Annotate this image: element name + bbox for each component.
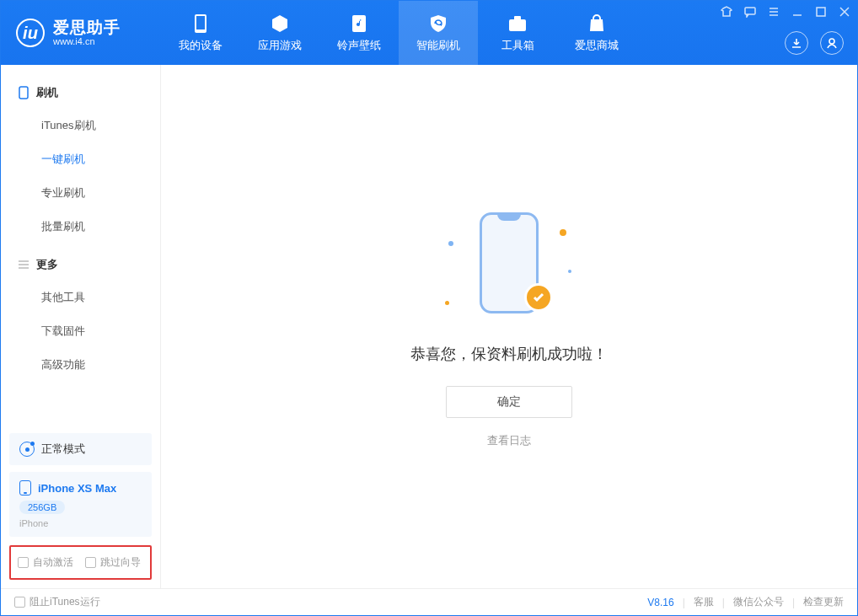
main-content: 恭喜您，保资料刷机成功啦！ 确定 查看日志 [161, 65, 857, 588]
device-card[interactable]: iPhone XS Max 256GB iPhone [9, 472, 152, 537]
header: iu 爱思助手 www.i4.cn 我的设备 应用游戏 铃声壁纸 智能刷机 [1, 1, 857, 65]
menu-icon[interactable] [766, 4, 781, 19]
result-message: 恭喜您，保资料刷机成功啦！ [410, 344, 608, 364]
view-log-link[interactable]: 查看日志 [487, 433, 531, 448]
footer-link-update[interactable]: 检查更新 [803, 595, 844, 609]
sparkle-icon [560, 229, 566, 236]
close-icon[interactable] [837, 4, 852, 19]
tab-toolbox[interactable]: 工具箱 [478, 1, 557, 65]
device-phone-icon [19, 480, 31, 495]
footer-left: 阻止iTunes运行 [14, 595, 100, 609]
minimize-icon[interactable] [790, 4, 805, 19]
tab-store[interactable]: 爱思商城 [557, 1, 636, 65]
sparkle-icon [445, 301, 449, 305]
footer-link-service[interactable]: 客服 [694, 595, 714, 609]
app-title: 爱思助手 [53, 19, 121, 37]
sidebar: 刷机 iTunes刷机 一键刷机 专业刷机 批量刷机 更多 其他工具 下载固件 … [1, 65, 161, 588]
svg-rect-8 [19, 87, 28, 99]
checkbox-skip-guide[interactable]: 跳过向导 [85, 555, 141, 570]
sidebar-heading-more: 更多 [1, 249, 160, 281]
header-right-buttons [785, 31, 844, 55]
sidebar-item-other-tools[interactable]: 其他工具 [1, 281, 160, 314]
tab-ringtones-wallpapers[interactable]: 铃声壁纸 [319, 1, 399, 65]
ok-button[interactable]: 确定 [446, 386, 572, 418]
svg-rect-6 [817, 8, 825, 16]
checkbox-icon [14, 597, 25, 608]
cube-icon [269, 13, 291, 35]
footer-link-wechat[interactable]: 微信公众号 [733, 595, 784, 609]
sidebar-section-more: 更多 其他工具 下载固件 高级功能 [1, 249, 160, 382]
device-type: iPhone [19, 518, 142, 528]
footer: 阻止iTunes运行 V8.16 | 客服 | 微信公众号 | 检查更新 [1, 588, 857, 615]
logo-icon: iu [16, 19, 45, 47]
sidebar-heading-flash: 刷机 [1, 77, 160, 109]
version-label: V8.16 [647, 597, 673, 608]
main-tabs: 我的设备 应用游戏 铃声壁纸 智能刷机 工具箱 爱思商城 [161, 1, 636, 65]
toolbox-icon [507, 13, 528, 35]
success-check-icon [524, 283, 553, 312]
sidebar-item-pro-flash[interactable]: 专业刷机 [1, 176, 160, 210]
checkbox-block-itunes[interactable]: 阻止iTunes运行 [14, 595, 100, 609]
checkbox-auto-activate[interactable]: 自动激活 [18, 555, 73, 570]
sidebar-item-batch-flash[interactable]: 批量刷机 [1, 210, 160, 244]
phone-icon [190, 13, 212, 35]
device-small-icon [18, 87, 29, 99]
options-highlighted-box: 自动激活 跳过向导 [9, 545, 152, 580]
device-capacity: 256GB [19, 501, 65, 514]
sparkle-icon [448, 241, 453, 246]
svg-rect-4 [514, 16, 521, 20]
download-button[interactable] [785, 31, 808, 55]
sparkle-icon [568, 270, 571, 273]
tab-my-device[interactable]: 我的设备 [161, 1, 240, 65]
sidebar-item-download-firmware[interactable]: 下载固件 [1, 314, 160, 348]
shirt-icon[interactable] [719, 4, 734, 19]
mode-card[interactable]: 正常模式 [9, 433, 152, 465]
svg-rect-5 [745, 8, 755, 14]
logo-area: iu 爱思助手 www.i4.cn [1, 1, 161, 65]
list-icon [18, 259, 29, 271]
mode-label: 正常模式 [41, 442, 85, 457]
app-window: iu 爱思助手 www.i4.cn 我的设备 应用游戏 铃声壁纸 智能刷机 [0, 0, 858, 616]
window-controls [719, 4, 852, 19]
feedback-icon[interactable] [743, 4, 758, 19]
mode-icon [19, 442, 35, 457]
shopping-bag-icon [586, 13, 608, 35]
tab-smart-flash[interactable]: 智能刷机 [399, 1, 478, 65]
app-subtitle: www.i4.cn [53, 36, 121, 46]
svg-rect-3 [509, 19, 526, 31]
sidebar-item-itunes-flash[interactable]: iTunes刷机 [1, 109, 160, 142]
footer-right: V8.16 | 客服 | 微信公众号 | 检查更新 [647, 595, 844, 609]
tab-apps-games[interactable]: 应用游戏 [240, 1, 319, 65]
maximize-icon[interactable] [813, 4, 829, 19]
music-file-icon [348, 13, 370, 35]
body: 刷机 iTunes刷机 一键刷机 专业刷机 批量刷机 更多 其他工具 下载固件 … [1, 65, 857, 588]
sidebar-section-flash: 刷机 iTunes刷机 一键刷机 专业刷机 批量刷机 [1, 77, 160, 244]
user-button[interactable] [820, 31, 844, 55]
sidebar-bottom: 正常模式 iPhone XS Max 256GB iPhone 自动激活 [1, 433, 160, 588]
refresh-shield-icon [427, 13, 449, 35]
checkbox-icon [18, 557, 29, 568]
svg-point-7 [829, 39, 834, 44]
device-name: iPhone XS Max [38, 482, 116, 495]
sidebar-item-advanced[interactable]: 高级功能 [1, 348, 160, 382]
sidebar-item-oneclick-flash[interactable]: 一键刷机 [1, 142, 160, 176]
svg-rect-1 [196, 16, 205, 29]
result-illustration [433, 206, 585, 324]
checkbox-icon [85, 557, 96, 568]
